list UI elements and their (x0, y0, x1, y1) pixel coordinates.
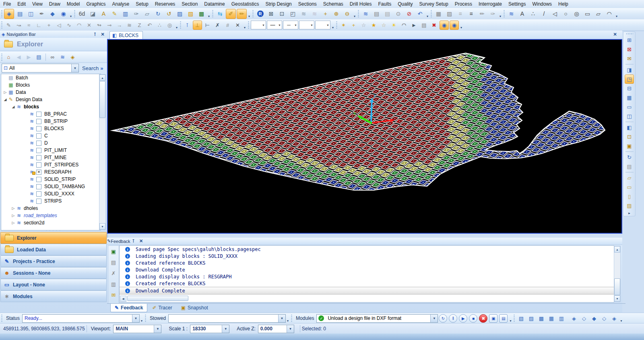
undo-button[interactable]: ↶ (415, 9, 425, 19)
tree-item-resgraph[interactable]: ≋✕RESGRAPH (1, 168, 101, 176)
workspace-3d-button[interactable]: ◈ (4, 9, 14, 19)
line-style-thin-combo-arrow-icon[interactable]: ▼ (294, 24, 298, 27)
menu-sections[interactable]: Sections (295, 0, 320, 8)
modules-dropdown-icon[interactable]: ▼ (430, 315, 438, 322)
snap-none-button[interactable]: ✕ (233, 21, 242, 30)
tree-item-strips[interactable]: ≋STRIPS (1, 197, 101, 205)
angle-string-button[interactable]: ∟ (34, 21, 43, 30)
attach-button[interactable]: ⊙ (393, 9, 403, 19)
status-dropdown-icon[interactable]: ▼ (132, 315, 139, 322)
tree-item-bb_prac[interactable]: ≋BB_PRAC (1, 110, 101, 118)
snap-point-button[interactable]: ⊥ (193, 21, 202, 30)
stack-projects-practice[interactable]: ✎Projects - Practice (0, 255, 107, 267)
extend-line-button[interactable]: → (115, 21, 124, 30)
rotate-ne-button[interactable]: ◈ (569, 314, 578, 323)
rerun-module-button[interactable]: ↻ (439, 314, 447, 323)
scroll-up-icon[interactable]: ▲ (99, 75, 105, 81)
smooth-string-button[interactable]: ≈ (24, 21, 33, 30)
checkbox-unchecked[interactable] (36, 141, 41, 146)
feedback-message[interactable]: iDownload Complete (120, 287, 614, 294)
checkbox-unchecked[interactable] (36, 177, 41, 182)
paste-button[interactable]: ▤ (372, 9, 382, 19)
stowed-overflow-icon[interactable]: ▾ (286, 314, 290, 323)
rotate-lock-button[interactable]: ↺ (164, 9, 174, 19)
search-data-button[interactable]: ◈ (68, 52, 77, 62)
feedback-hscrollbar[interactable]: ◀ (120, 296, 192, 301)
color-style-combo[interactable]: ▼ (251, 21, 266, 29)
line-style-combo-arrow-icon[interactable]: ▼ (278, 24, 282, 27)
collapse-icon[interactable]: ◢ (11, 105, 16, 109)
layers-button[interactable]: ≋ (361, 9, 371, 19)
status-overflow-icon[interactable]: ▾ (140, 314, 144, 323)
feedback-message[interactable]: iSaved page Spec specs\galuh\blocks.page… (120, 246, 614, 253)
search-filter-combo[interactable]: ⊡ All ▼ (2, 64, 79, 73)
new-layer-button[interactable]: ≋ (506, 9, 516, 19)
zoom-group-overflow-icon[interactable]: ▾ (353, 9, 357, 19)
cancel-module-button[interactable]: ✖ (479, 314, 487, 323)
tree-item-blocks[interactable]: ≋BLOCKS (1, 125, 101, 132)
tree-item-dholes[interactable]: ▷≋dholes (1, 205, 101, 212)
image-edit-button[interactable]: ▥ (120, 9, 130, 19)
close-string-button[interactable]: Z (135, 21, 144, 30)
help-button[interactable]: ◉ (58, 9, 68, 19)
snapshot-button[interactable]: ▨ (175, 9, 185, 19)
link-window-button[interactable]: ◧ (625, 123, 634, 132)
tile-vertical-button[interactable]: ▯ (625, 192, 634, 201)
line-weight-button[interactable]: ≡ (466, 9, 476, 19)
menu-settings[interactable]: Settings (505, 0, 529, 8)
style-combo-group-overflow-icon[interactable]: ▾ (331, 21, 335, 30)
email-log-button[interactable]: ✉ (109, 290, 118, 300)
color-style-combo-arrow-icon[interactable]: ▼ (262, 24, 266, 27)
data-group-overflow-icon[interactable]: ▾ (425, 9, 429, 19)
tree-item-solid_strip[interactable]: ≋SOLID_STRIP (1, 176, 101, 183)
tree-scrollbar[interactable]: ▲ ▼ (99, 74, 106, 230)
menu-interrogate[interactable]: Interrogate (475, 0, 505, 8)
hscroll-thumb[interactable] (127, 296, 188, 301)
detach-button[interactable]: ⊘ (404, 9, 414, 19)
fb-scroll-down-icon[interactable]: ▼ (614, 295, 620, 302)
design-tools-button[interactable]: ✒ (37, 9, 47, 19)
expand-icon[interactable]: ▷ (11, 221, 16, 225)
edit-string-button[interactable]: ✎ (4, 21, 13, 30)
symbol-style-combo[interactable]: ▼ (315, 21, 330, 29)
menu-survey-setup[interactable]: Survey Setup (416, 0, 452, 8)
status-combo[interactable]: Ready... ▼ (22, 314, 140, 323)
insert-point-button[interactable]: + (44, 21, 54, 30)
checkbox-unchecked[interactable] (36, 126, 41, 131)
menu-model[interactable]: Model (64, 0, 83, 8)
view-front-button[interactable]: ▩ (537, 314, 546, 323)
copy-selection-button[interactable]: ▤ (419, 21, 429, 30)
trim-string-button[interactable]: ⊸ (105, 21, 114, 30)
filter-dropdown-icon[interactable]: ▼ (71, 64, 78, 72)
menu-strip-design[interactable]: Strip Design (262, 0, 295, 8)
break-string-button[interactable]: ✕ (85, 21, 94, 30)
brush-style-button[interactable]: ✏ (477, 9, 487, 19)
tree-item-blocks[interactable]: ◢≋blocks (1, 103, 101, 110)
visualizer-6d-button[interactable]: 6d (77, 9, 87, 19)
parallelogram-tool-button[interactable]: ▱ (593, 9, 603, 19)
arrange-icons-button[interactable]: ▨ (625, 201, 634, 210)
stack-sessions-none[interactable]: ☻Sessions - None (0, 267, 107, 279)
select-view-button[interactable]: ◪ (88, 9, 98, 19)
new-display-button[interactable]: ⊞ (625, 35, 634, 45)
rectangle-tool-button[interactable]: ▭ (582, 9, 592, 19)
refresh-group-overflow-icon[interactable]: ▾ (247, 9, 251, 19)
snap-intersection-button[interactable]: ✗ (213, 21, 222, 30)
sketch-button[interactable]: ✎ (109, 9, 120, 19)
view-iso-button[interactable]: ▧ (516, 314, 526, 323)
right-bar-expand-icon[interactable]: ▸ (628, 211, 630, 215)
tree-item-pit_mine[interactable]: ≋PIT_MINE (1, 154, 101, 161)
menu-graphics[interactable]: Graphics (83, 0, 109, 8)
feedback-message[interactable]: iCreated reference BLOCKS (120, 259, 614, 266)
scale-dropdown-icon[interactable]: ▼ (222, 325, 229, 333)
tree-item-road_templates[interactable]: ▷≋road_templates (1, 212, 101, 219)
rotate-sw-button[interactable]: ◇ (599, 314, 609, 323)
densify-string-button[interactable]: ∴ (155, 21, 164, 30)
stowed-dropdown-icon[interactable]: ▼ (278, 315, 285, 322)
feedback-message[interactable]: iLoading display blocks : SOLID_XXXX (120, 253, 614, 259)
move-point-button[interactable]: ↝ (14, 21, 23, 30)
hscroll-left-icon[interactable]: ◀ (120, 296, 126, 302)
feedback-tab-snapshot[interactable]: ▣Snapshot (177, 304, 212, 312)
collapse-icon[interactable]: ◢ (3, 97, 8, 102)
edit-mode-alt-button[interactable]: ✏ (237, 9, 247, 19)
